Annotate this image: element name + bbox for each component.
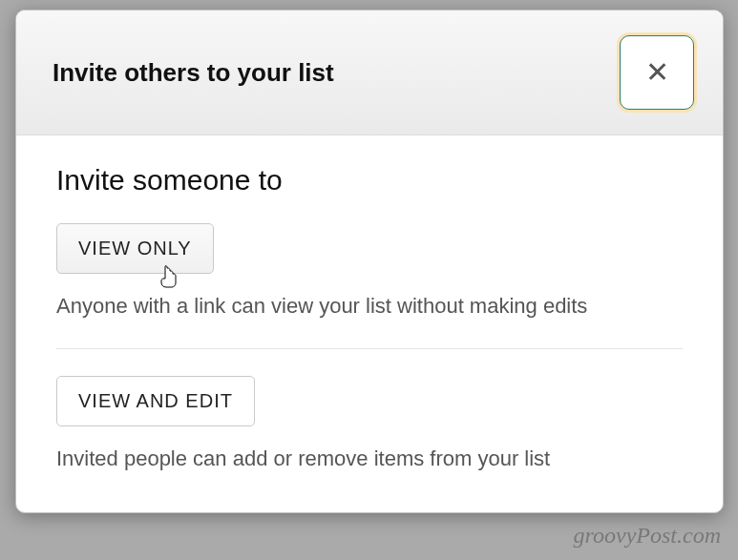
- view-and-edit-button[interactable]: VIEW AND EDIT: [56, 376, 255, 426]
- dialog-title: Invite others to your list: [53, 58, 334, 88]
- invite-heading: Invite someone to: [56, 164, 683, 197]
- options-divider: [56, 348, 683, 349]
- dialog-header: Invite others to your list ✕: [16, 10, 723, 135]
- view-only-description: Anyone with a link can view your list wi…: [56, 291, 683, 321]
- close-button[interactable]: ✕: [620, 35, 694, 110]
- dialog-body: Invite someone to VIEW ONLY Anyone with …: [16, 135, 723, 512]
- view-only-button[interactable]: VIEW ONLY: [56, 223, 214, 274]
- close-icon: ✕: [645, 58, 669, 87]
- view-only-option-wrap: VIEW ONLY: [56, 223, 214, 274]
- view-and-edit-description: Invited people can add or remove items f…: [56, 444, 683, 474]
- invite-dialog: Invite others to your list ✕ Invite some…: [15, 10, 724, 513]
